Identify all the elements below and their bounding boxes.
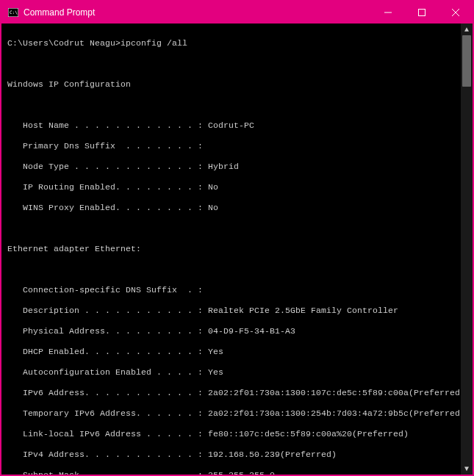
scroll-up-icon[interactable]: ▲ [461, 24, 473, 35]
ethernet-title: Ethernet adapter Ethernet: [7, 244, 458, 254]
eth-autoconf-value: Yes [203, 367, 223, 377]
scroll-down-icon[interactable]: ▼ [461, 463, 473, 475]
eth-tmp6-value: 2a02:2f01:730a:1300:254b:7d03:4a72:9b5c(… [203, 408, 461, 418]
eth-desc-label: Description . . . . . . . . . . . : [7, 306, 203, 315]
host-name-label: Host Name . . . . . . . . . . . . : [7, 120, 203, 130]
svg-rect-3 [419, 10, 425, 16]
window-title: Command Prompt [24, 7, 371, 18]
host-name-value: Codrut-PC [203, 120, 254, 130]
titlebar[interactable]: C:\ Command Prompt [1, 1, 473, 24]
svg-text:C:\: C:\ [10, 10, 18, 15]
wins-proxy-label: WINS Proxy Enabled. . . . . . . . : [7, 203, 203, 212]
eth-ipv6-value: 2a02:2f01:730a:1300:107c:de5c:5f89:c00a(… [203, 388, 461, 397]
scroll-track[interactable] [461, 35, 473, 463]
wins-proxy-value: No [203, 203, 218, 212]
scrollbar[interactable]: ▲ ▼ [461, 24, 473, 475]
eth-phys-value: 04-D9-F5-34-B1-A3 [203, 326, 295, 336]
scroll-thumb[interactable] [462, 35, 471, 87]
prompt-path: C:\Users\Codrut Neagu> [7, 38, 121, 48]
eth-dhcp-value: Yes [203, 347, 223, 356]
ip-routing-label: IP Routing Enabled. . . . . . . . : [7, 182, 203, 192]
eth-ipv4-value: 192.168.50.239(Preferred) [203, 450, 337, 459]
minimize-button[interactable] [371, 1, 405, 24]
section-header: Windows IP Configuration [7, 79, 458, 90]
eth-autoconf-label: Autoconfiguration Enabled . . . . : [7, 367, 203, 377]
eth-phys-label: Physical Address. . . . . . . . . : [7, 326, 203, 336]
eth-mask-label: Subnet Mask . . . . . . . . . . . : [7, 470, 203, 475]
node-type-label: Node Type . . . . . . . . . . . . : [7, 162, 203, 171]
eth-ipv4-label: IPv4 Address. . . . . . . . . . . : [7, 450, 203, 459]
eth-ll6-value: fe80::107c:de5c:5f89:c00a%20(Preferred) [203, 429, 409, 439]
eth-desc-value: Realtek PCIe 2.5GbE Family Controller [203, 306, 398, 315]
prompt-command: ipconfig /all [121, 38, 187, 48]
terminal-output[interactable]: C:\Users\Codrut Neagu>ipconfig /all Wind… [1, 24, 461, 475]
eth-ll6-label: Link-local IPv6 Address . . . . . : [7, 429, 203, 439]
maximize-button[interactable] [405, 1, 439, 24]
eth-ipv6-label: IPv6 Address. . . . . . . . . . . : [7, 388, 203, 397]
eth-dhcp-label: DHCP Enabled. . . . . . . . . . . : [7, 347, 203, 356]
eth-conn-dns-label: Connection-specific DNS Suffix . : [7, 285, 203, 295]
app-icon: C:\ [7, 7, 19, 18]
primary-dns-label: Primary Dns Suffix . . . . . . . : [7, 141, 203, 151]
ip-routing-value: No [203, 182, 218, 192]
close-button[interactable] [439, 1, 473, 24]
eth-mask-value: 255.255.255.0 [203, 470, 275, 475]
eth-tmp6-label: Temporary IPv6 Address. . . . . . : [7, 408, 203, 418]
node-type-value: Hybrid [203, 162, 239, 171]
